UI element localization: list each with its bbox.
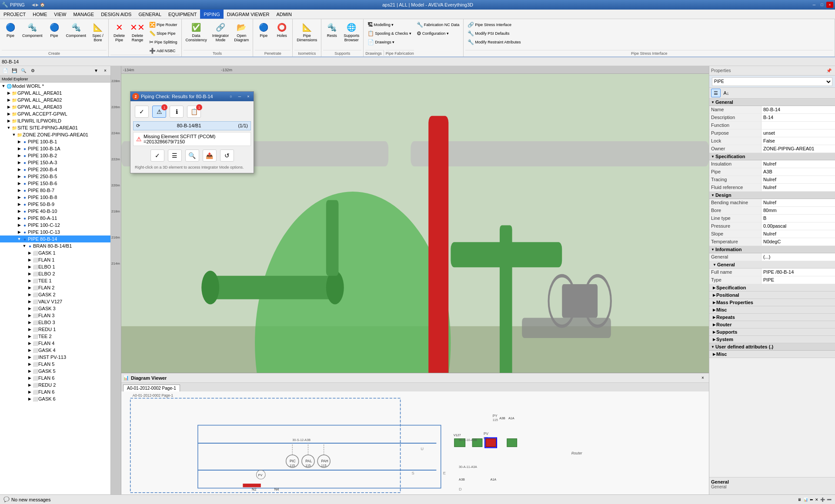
tree-item-valv_v127[interactable]: ▶⬜VALV V127: [0, 298, 110, 305]
tree-toggle-pipe_100b1a[interactable]: ▶: [17, 146, 22, 151]
ribbon-btn-holes[interactable]: ⭕ Holes: [273, 20, 291, 39]
tree-toggle-pipe_150b6[interactable]: ▶: [17, 181, 22, 186]
prop-section-design[interactable]: ▼ Design: [709, 192, 835, 199]
tree-item-flan6a[interactable]: ▶⬜FLAN 6: [0, 375, 110, 381]
prop-subsection-positional[interactable]: ▶ Positional: [709, 292, 835, 299]
tree-toggle-redu2[interactable]: ▶: [27, 382, 32, 388]
tree-toggle-elbo1[interactable]: ▶: [27, 264, 32, 269]
piping-check-close[interactable]: ×: [245, 93, 252, 99]
tree-item-tee2[interactable]: ▶⬜TEE 2: [0, 333, 110, 340]
ribbon-btn-slope-pipe[interactable]: 📏 Slope Pipe: [147, 30, 180, 37]
menu-home[interactable]: HOME: [29, 10, 50, 19]
tree-toggle-pipe_100b1[interactable]: ▶: [17, 139, 22, 144]
prop-subsection-repeats[interactable]: ▶ Repeats: [709, 314, 835, 321]
ribbon-btn-configuration[interactable]: ⚙ Configuration ▾: [414, 30, 462, 37]
tree-toggle-pipe_100c12[interactable]: ▶: [17, 222, 22, 228]
tree-toggle-elbo3[interactable]: ▶: [27, 320, 32, 325]
prop-icon-list[interactable]: ☰: [711, 89, 721, 97]
diagram-close-btn[interactable]: ×: [698, 374, 707, 382]
tree-item-elbo1[interactable]: ▶⬜ELBO 1: [0, 263, 110, 270]
tree-toggle-bran_80b14b1[interactable]: ▼: [22, 243, 27, 249]
menu-view[interactable]: VIEW: [50, 10, 70, 19]
pcheck-error-btn[interactable]: 1 ⚠: [152, 106, 166, 118]
tree-toggle-gask5[interactable]: ▶: [27, 368, 32, 374]
tree-toggle-gpwl_accept_gpwl[interactable]: ▶: [6, 111, 11, 116]
tree-item-zone_piping[interactable]: ▼📁ZONE ZONE-PIPING-AREA01: [0, 131, 110, 138]
tree-toggle-elbo2[interactable]: ▶: [27, 271, 32, 276]
tree-toggle-pipe_50b9[interactable]: ▶: [17, 202, 22, 207]
tree-item-pipe_80b7[interactable]: ▶●PIPE 80-B-7: [0, 187, 110, 194]
ribbon-btn-open-diagram[interactable]: 📂 OpenDiagram: [232, 20, 251, 43]
panel-expand-btn[interactable]: ▼: [92, 67, 100, 75]
panel-new-btn[interactable]: 📄: [1, 67, 10, 75]
tree-toggle-flan1[interactable]: ▶: [27, 257, 32, 262]
tree-toggle-zone_piping[interactable]: ▼: [11, 132, 17, 137]
tree-item-pipe_250b5[interactable]: ▶●PIPE 250-B-5: [0, 173, 110, 180]
tree-item-pipe_50b9[interactable]: ▶●PIPE 50-B-9: [0, 201, 110, 208]
tree-item-gask4[interactable]: ▶⬜GASK 4: [0, 347, 110, 354]
tree-item-redu1[interactable]: ▶⬜REDU 1: [0, 326, 110, 333]
tree-toggle-gask4[interactable]: ▶: [27, 348, 32, 353]
tree-toggle-pipe_80b14[interactable]: ▼: [17, 236, 22, 242]
tree-toggle-redu1[interactable]: ▶: [27, 327, 32, 332]
tree-item-pipe_100c12[interactable]: ▶●PIPE 100-C-12: [0, 222, 110, 229]
pcheck-search-btn[interactable]: 🔍: [185, 149, 199, 162]
pcheck-info-btn[interactable]: ℹ: [170, 106, 184, 118]
ribbon-btn-spooling[interactable]: 📋 Spooling & Checks ▾: [365, 30, 414, 37]
tree-toggle-gpwl_all_area01[interactable]: ▶: [6, 90, 11, 96]
diagram-tab-1[interactable]: A0-01-2012-0002 Page-1: [123, 385, 180, 391]
tree-item-pipe_100b1[interactable]: ▶●PIPE 100-B-1: [0, 138, 110, 145]
tree-toggle-gpwl_all_area02[interactable]: ▶: [6, 97, 11, 103]
ribbon-btn-specbore[interactable]: 📐 Spec /Bore: [89, 20, 107, 43]
tree-toggle-pipe_100c13[interactable]: ▶: [17, 229, 22, 235]
tree-item-elbo2[interactable]: ▶⬜ELBO 2: [0, 270, 110, 277]
pcheck-reset-btn[interactable]: ↺: [220, 149, 234, 162]
pcheck-check-btn[interactable]: ✓: [150, 149, 164, 162]
tree-toggle-pipe_80b7[interactable]: ▶: [17, 188, 22, 193]
tree-item-flan6[interactable]: ▶⬜FLAN 6: [0, 388, 110, 395]
tree-item-site_site_piping[interactable]: ▼📁SITE SITE-PIPING-AREA01: [0, 124, 110, 131]
tree-toggle-pipe_100b2[interactable]: ▶: [17, 153, 22, 158]
menu-equipment[interactable]: EQUIPMENT: [165, 10, 200, 19]
tree-item-pipe_200b4[interactable]: ▶●PIPE 200-B-4: [0, 166, 110, 173]
tree-toggle-gask1[interactable]: ▶: [27, 250, 32, 255]
prop-section-general[interactable]: ▼ General: [709, 99, 835, 106]
tree-item-gask1[interactable]: ▶⬜GASK 1: [0, 249, 110, 256]
prop-section-user-defined[interactable]: ▼ User defined attributes (.): [709, 343, 835, 351]
diagram-viewer-content[interactable]: A0-01-2012-0002 Page-1 PIC 115 PAL 115 P…: [121, 391, 709, 494]
tree-item-flan3[interactable]: ▶⬜FLAN 3: [0, 312, 110, 319]
ribbon-btn-pipe-router[interactable]: 🔀 Pipe Router: [147, 21, 180, 29]
panel-close-btn[interactable]: ×: [101, 67, 110, 75]
panel-save-btn[interactable]: 💾: [10, 67, 19, 75]
tree-item-pipe_80b14[interactable]: ▼●PIPE 80-B-14: [0, 235, 110, 242]
tree-toggle-pipe_40b10[interactable]: ▶: [17, 209, 22, 214]
menu-design-aids[interactable]: DESIGN AIDS: [97, 10, 135, 19]
tree-toggle-flan4[interactable]: ▶: [27, 341, 32, 346]
tree-toggle-inst_pv113[interactable]: ▶: [27, 355, 32, 360]
ribbon-btn-pipe-stress-interface[interactable]: 🔗 Pipe Stress Interface: [465, 21, 523, 29]
tree-item-gask6[interactable]: ▶⬜GASK 6: [0, 395, 110, 402]
ribbon-btn-pipe1[interactable]: 🔵 Pipe: [2, 20, 19, 39]
ribbon-btn-pipe-pen[interactable]: 🔵 Pipe: [255, 20, 272, 39]
tree-item-pipe_150b6[interactable]: ▶●PIPE 150-B-6: [0, 180, 110, 187]
tree-item-elbo3[interactable]: ▶⬜ELBO 3: [0, 319, 110, 326]
tree-item-pipe_40b10[interactable]: ▶●PIPE 40-B-10: [0, 208, 110, 215]
tree-toggle-pipe_150a3[interactable]: ▶: [17, 160, 22, 165]
tree-item-pipe_100b2[interactable]: ▶●PIPE 100-B-2: [0, 152, 110, 159]
ribbon-btn-pipe2[interactable]: 🔵 Pipe: [46, 20, 63, 39]
tree-item-inst_pv113[interactable]: ▶⬜INST PV-113: [0, 354, 110, 361]
ribbon-btn-supports-browser[interactable]: 🌐 SupportsBrowser: [341, 20, 361, 43]
tree-item-pipe_150a3[interactable]: ▶●PIPE 150-A-3: [0, 159, 110, 166]
tree-item-redu2[interactable]: ▶⬜REDU 2: [0, 381, 110, 388]
prop-subsection-specification[interactable]: ▶ Specification: [709, 284, 835, 292]
panel-filter-btn[interactable]: ⚙: [28, 67, 37, 75]
tree-item-gpwl_all_area01[interactable]: ▶📁GPWL ALL_AREA01: [0, 90, 110, 96]
tree-toggle-gpwl_all_area03[interactable]: ▶: [6, 104, 11, 109]
tree-toggle-gask3[interactable]: ▶: [27, 306, 32, 311]
close-button[interactable]: ×: [826, 2, 833, 8]
tree-toggle-model_worl[interactable]: ▼: [1, 83, 6, 89]
menu-diagram-viewer[interactable]: DIAGRAM VIEWER: [224, 10, 273, 19]
tree-item-flan4[interactable]: ▶⬜FLAN 4: [0, 340, 110, 347]
ribbon-btn-drawings[interactable]: 📄 Drawings ▾: [365, 38, 414, 46]
pcheck-list-btn[interactable]: ☰: [168, 149, 182, 162]
